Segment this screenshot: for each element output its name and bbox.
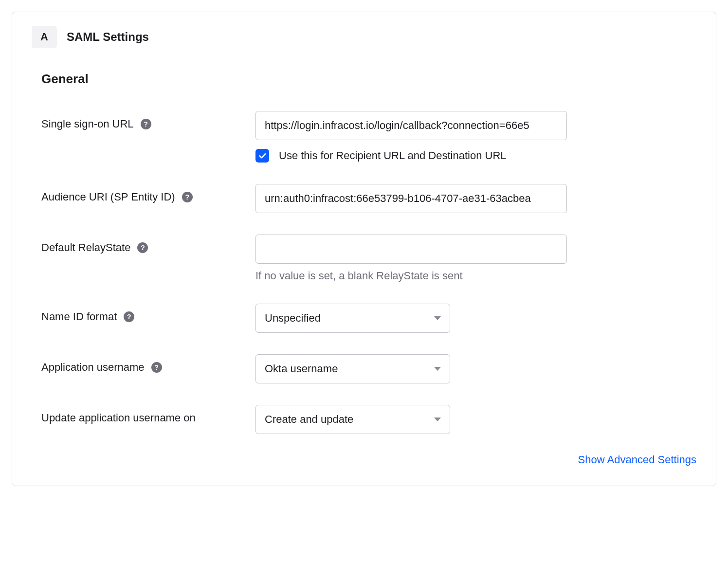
show-advanced-settings-link[interactable]: Show Advanced Settings bbox=[578, 454, 696, 466]
label-name-id-format: Name ID format ? bbox=[41, 304, 255, 323]
chevron-down-icon bbox=[434, 316, 441, 320]
select-value: Okta username bbox=[265, 363, 338, 375]
recipient-url-checkbox[interactable] bbox=[255, 149, 269, 163]
step-badge: A bbox=[32, 26, 57, 48]
panel-title: SAML Settings bbox=[67, 30, 149, 44]
help-icon[interactable]: ? bbox=[124, 311, 134, 322]
label-text: Application username bbox=[41, 361, 145, 374]
row-app-username: Application username ? Okta username bbox=[41, 354, 696, 383]
name-id-format-select[interactable]: Unspecified bbox=[255, 304, 450, 333]
label-text: Name ID format bbox=[41, 310, 117, 323]
label-text: Audience URI (SP Entity ID) bbox=[41, 191, 175, 203]
advanced-link-row: Show Advanced Settings bbox=[32, 454, 696, 466]
recipient-url-checkbox-row: Use this for Recipient URL and Destinati… bbox=[255, 149, 696, 163]
row-relay-state: Default RelayState ? If no value is set,… bbox=[41, 235, 696, 282]
row-audience-uri: Audience URI (SP Entity ID) ? bbox=[41, 184, 696, 213]
label-sso-url: Single sign-on URL ? bbox=[41, 111, 255, 130]
label-text: Single sign-on URL bbox=[41, 118, 134, 130]
chevron-down-icon bbox=[434, 367, 441, 371]
relay-state-hint: If no value is set, a blank RelayState i… bbox=[255, 270, 696, 282]
label-relay-state: Default RelayState ? bbox=[41, 235, 255, 254]
label-audience-uri: Audience URI (SP Entity ID) ? bbox=[41, 184, 255, 203]
section-title-general: General bbox=[41, 72, 696, 87]
label-app-username: Application username ? bbox=[41, 354, 255, 374]
label-text: Default RelayState bbox=[41, 241, 130, 254]
label-update-username-on: Update application username on bbox=[41, 405, 255, 424]
update-username-on-select[interactable]: Create and update bbox=[255, 405, 450, 434]
checkmark-icon bbox=[258, 151, 267, 160]
panel-header: A SAML Settings bbox=[32, 26, 696, 48]
app-username-select[interactable]: Okta username bbox=[255, 354, 450, 383]
row-sso-url: Single sign-on URL ? Use this for Recipi… bbox=[41, 111, 696, 163]
help-icon[interactable]: ? bbox=[137, 242, 148, 253]
select-value: Unspecified bbox=[265, 312, 321, 325]
label-text: Update application username on bbox=[41, 412, 196, 424]
audience-uri-input[interactable] bbox=[255, 184, 567, 213]
chevron-down-icon bbox=[434, 418, 441, 421]
select-value: Create and update bbox=[265, 413, 353, 426]
sso-url-input[interactable] bbox=[255, 111, 567, 140]
help-icon[interactable]: ? bbox=[151, 362, 162, 373]
row-update-username-on: Update application username on Create an… bbox=[41, 405, 696, 434]
row-name-id-format: Name ID format ? Unspecified bbox=[41, 304, 696, 333]
relay-state-input[interactable] bbox=[255, 235, 567, 264]
saml-settings-panel: A SAML Settings General Single sign-on U… bbox=[12, 12, 716, 486]
recipient-url-checkbox-label: Use this for Recipient URL and Destinati… bbox=[279, 149, 507, 162]
help-icon[interactable]: ? bbox=[182, 192, 193, 202]
help-icon[interactable]: ? bbox=[141, 119, 151, 129]
